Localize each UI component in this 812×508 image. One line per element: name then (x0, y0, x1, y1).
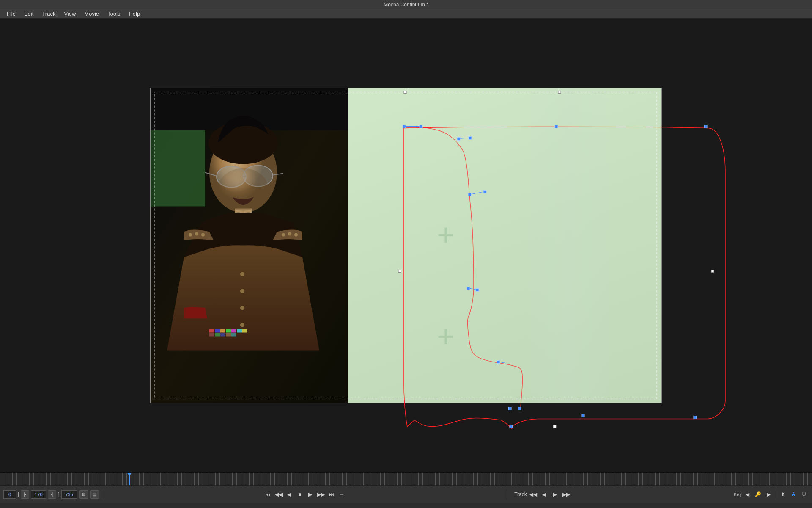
sep3 (776, 489, 776, 500)
ruler-ticks (0, 473, 812, 485)
go-to-start-btn[interactable]: ⏮ (263, 490, 273, 499)
menu-file[interactable]: File (3, 10, 19, 18)
step-back-btn[interactable]: ◀◀ (274, 490, 283, 499)
svg-rect-58 (508, 407, 511, 410)
go-to-end-btn[interactable]: ⏭ (327, 490, 336, 499)
frame-in-input[interactable] (31, 490, 46, 499)
stop-btn[interactable]: ■ (295, 490, 304, 499)
transport-controls: ⏮ ◀◀ ◀ ■ ▶ ▶▶ ⏭ ↔ (263, 490, 347, 499)
menu-movie[interactable]: Movie (81, 10, 102, 18)
timeline-ruler[interactable] (0, 472, 812, 485)
main-canvas: + + .spline { fill: none; stroke: #ff222… (0, 19, 812, 472)
svg-rect-60 (582, 414, 584, 417)
track-fwd-btn[interactable]: ▶ (551, 490, 560, 499)
sep2 (507, 489, 508, 500)
frame-current-input[interactable] (61, 490, 77, 499)
svg-rect-46 (457, 138, 460, 141)
play-fwd-btn[interactable]: ▶ (306, 490, 315, 499)
svg-rect-52 (483, 190, 486, 193)
menu-track[interactable]: Track (38, 10, 59, 18)
bracket-open: [ (18, 491, 19, 497)
menu-help[interactable]: Help (125, 10, 143, 18)
align-btn[interactable]: ⬆ (778, 490, 787, 499)
key-prev-btn[interactable]: ◀ (743, 490, 752, 499)
svg-rect-62 (510, 425, 513, 428)
track-section: Track ◀◀ ◀ ▶ ▶▶ (511, 490, 574, 499)
key-next-btn[interactable]: ▶ (764, 490, 774, 499)
playhead[interactable] (129, 473, 130, 485)
auto-btn[interactable]: A (789, 490, 798, 499)
svg-rect-59 (518, 407, 521, 410)
svg-rect-35 (154, 92, 657, 399)
render-btn[interactable]: ▤ (90, 490, 99, 499)
svg-rect-63 (553, 425, 556, 428)
track-back-btn[interactable]: ◀ (540, 490, 549, 499)
menu-edit[interactable]: Edit (21, 10, 37, 18)
key-add-btn[interactable]: 🔑 (754, 490, 763, 499)
svg-rect-55 (476, 289, 479, 292)
svg-rect-39 (398, 270, 401, 273)
bottom-controls: [ |- -| ] ⊞ ▤ ⏮ ◀◀ ◀ ■ ▶ ▶▶ ⏭ ↔ Track ◀◀… (0, 485, 812, 503)
bracket-in-btn[interactable]: |- (21, 490, 29, 499)
menu-bar: File Edit Track View Movie Tools Help (0, 9, 812, 19)
frame-controls-left: [ |- -| ] ⊞ ▤ (3, 490, 99, 499)
frame-start-input[interactable] (3, 490, 16, 499)
svg-rect-47 (469, 137, 472, 140)
svg-rect-36 (404, 91, 406, 94)
svg-rect-54 (467, 287, 470, 290)
track-fwd-end-btn[interactable]: ▶▶ (562, 490, 571, 499)
menu-tools[interactable]: Tools (104, 10, 123, 18)
title-bar: Mocha Continuum * (0, 0, 812, 9)
bracket-out-btn[interactable]: -| (48, 490, 56, 499)
spline-overlay: .spline { fill: none; stroke: #ff2222; s… (150, 88, 662, 403)
video-frame: + + .spline { fill: none; stroke: #ff222… (150, 88, 662, 403)
add-to-render-btn[interactable]: ⊞ (79, 490, 88, 499)
undo-btn[interactable]: U (799, 490, 809, 499)
step-fwd-btn[interactable]: ▶▶ (316, 490, 326, 499)
menu-view[interactable]: View (60, 10, 79, 18)
svg-rect-37 (558, 91, 561, 94)
key-label: Key (734, 492, 742, 497)
track-back-end-btn[interactable]: ◀◀ (529, 490, 538, 499)
svg-rect-40 (711, 270, 714, 273)
svg-line-50 (469, 192, 485, 195)
loop-btn[interactable]: ↔ (337, 490, 347, 499)
sep1 (103, 489, 103, 500)
svg-rect-51 (468, 193, 471, 196)
svg-rect-61 (694, 416, 697, 419)
app-title: Mocha Continuum * (384, 2, 428, 8)
bracket-close: ] (58, 491, 59, 497)
track-label: Track (514, 491, 527, 497)
svg-rect-44 (420, 125, 422, 128)
svg-rect-49 (704, 125, 707, 128)
right-controls: Key ◀ 🔑 ▶ ⬆ A U (734, 489, 809, 500)
svg-rect-57 (497, 361, 500, 364)
svg-rect-48 (555, 125, 558, 128)
play-back-btn[interactable]: ◀ (285, 490, 294, 499)
